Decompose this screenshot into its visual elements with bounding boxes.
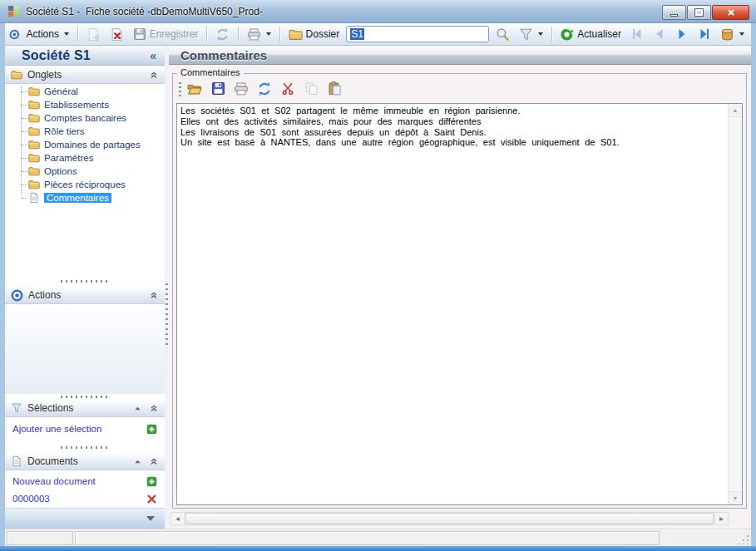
panel-splitter-handle[interactable]: [61, 396, 109, 398]
paste-button[interactable]: [326, 81, 343, 97]
panel-title-actions: Actions: [28, 289, 61, 301]
new-document-link[interactable]: Nouveau document: [12, 476, 96, 486]
green-plus-icon[interactable]: [146, 424, 157, 435]
toolbar-grip[interactable]: [179, 81, 181, 96]
save-comment-button[interactable]: [210, 81, 226, 97]
collapse-panel-icon[interactable]: [149, 403, 159, 413]
new-record-button[interactable]: [84, 27, 103, 42]
close-button[interactable]: [712, 5, 749, 20]
search-button[interactable]: [493, 27, 512, 42]
panel-header-actions[interactable]: Actions: [5, 287, 165, 304]
splitter-grip: [166, 283, 168, 345]
print-comment-button[interactable]: [233, 81, 250, 97]
scroll-up-arrow[interactable]: ▲: [729, 104, 742, 117]
resize-grip[interactable]: [739, 534, 749, 544]
actualiser-button[interactable]: Actualiser: [557, 27, 624, 42]
sidebar-collapse-button[interactable]: «: [150, 50, 156, 61]
sidebar-item-pieces-reciproques[interactable]: Pièces réciproques: [5, 178, 165, 191]
search-input-value: S1: [350, 28, 364, 40]
new-record-icon: [86, 27, 101, 42]
chevron-down-icon: [739, 32, 744, 36]
panel-header-onglets[interactable]: Onglets: [5, 66, 165, 84]
comment-text: Les sociétés S01 et S02 partagent le mêm…: [180, 106, 724, 503]
window-title: Société S1 - Fiche société -dbDemoMultiV…: [26, 6, 263, 17]
add-selection-link[interactable]: Ajouter une sélection: [12, 424, 101, 434]
green-plus-icon[interactable]: [146, 476, 157, 487]
scrollbar-thumb[interactable]: [185, 513, 714, 524]
actualiser-icon: [560, 27, 574, 42]
nav-previous-button[interactable]: [650, 27, 669, 42]
nav-last-button[interactable]: [695, 27, 714, 42]
main-area: Commentaires Commentaires Les société: [169, 46, 751, 529]
sidebar-item-parametres[interactable]: Paramètres: [5, 151, 165, 165]
horizontal-scrollbar[interactable]: ◄ ►: [170, 512, 729, 525]
sidebar-title: Société S1: [22, 48, 91, 63]
scroll-down-arrow[interactable]: ▼: [729, 491, 742, 504]
target-icon: [9, 27, 20, 42]
folder-icon: [28, 152, 40, 164]
sidebar-item-label: Pièces réciproques: [44, 180, 126, 189]
close-icon: [727, 8, 735, 17]
toolbar-separator: [206, 27, 207, 42]
red-x-icon[interactable]: [146, 494, 157, 504]
cut-button[interactable]: [279, 81, 296, 97]
scroll-left-arrow[interactable]: ◄: [171, 513, 185, 524]
panel-title-documents: Documents: [27, 455, 78, 467]
search-input[interactable]: S1: [346, 26, 488, 42]
sidebar-item-role-tiers[interactable]: Rôle tiers: [5, 125, 165, 138]
open-button[interactable]: [186, 81, 203, 97]
copy-button[interactable]: [303, 81, 319, 97]
refresh-comment-button[interactable]: [256, 81, 273, 97]
sidebar-item-options[interactable]: Options: [5, 165, 165, 178]
panel-header-documents[interactable]: Documents: [5, 453, 165, 470]
status-cell: [7, 531, 73, 545]
dossier-label: Dossier: [306, 28, 340, 40]
collapse-panel-icon[interactable]: [149, 290, 159, 300]
save-button[interactable]: Enregistrer: [131, 27, 201, 42]
funnel-icon: [11, 402, 22, 414]
vertical-scrollbar[interactable]: ▲ ▼: [728, 104, 742, 504]
dossier-button[interactable]: Dossier: [286, 27, 343, 42]
sidebar-item-comptes-bancaires[interactable]: Comptes bancaires: [5, 111, 165, 125]
panel-splitter-handle[interactable]: [61, 280, 109, 283]
comment-textarea[interactable]: Les sociétés S01 et S02 partagent le mêm…: [176, 103, 743, 505]
main-header: Commentaires: [169, 46, 751, 65]
sidebar-item-commentaires[interactable]: Commentaires: [5, 191, 165, 204]
save-icon: [133, 27, 146, 41]
sidebar-item-domaines-de-partages[interactable]: Domaines de partages: [5, 138, 165, 151]
funnel-icon: [519, 27, 533, 42]
shade-panel-icon[interactable]: [133, 404, 142, 413]
shade-panel-icon[interactable]: [133, 457, 142, 466]
panel-splitter-handle[interactable]: [61, 446, 109, 449]
maximize-button[interactable]: [687, 5, 711, 20]
refresh-icon: [257, 81, 272, 96]
filter-button[interactable]: [516, 27, 546, 42]
document-link[interactable]: 0000003: [12, 494, 50, 504]
nav-first-button[interactable]: [628, 27, 646, 42]
maximize-icon: [695, 9, 703, 16]
sidebar-item-label: Général: [44, 86, 78, 96]
go-first-icon: [630, 27, 644, 41]
database-icon: [720, 27, 734, 42]
collapse-panel-icon[interactable]: [149, 70, 159, 80]
nav-next-button[interactable]: [673, 27, 691, 42]
delete-record-button[interactable]: [107, 27, 126, 42]
chevron-down-icon[interactable]: [146, 516, 155, 521]
printer-icon: [247, 27, 261, 42]
sidebar-item-general[interactable]: Général: [5, 85, 165, 98]
title-bar[interactable]: Société S1 - Fiche société -dbDemoMultiV…: [0, 0, 756, 23]
folder-icon: [28, 179, 40, 190]
go-previous-icon: [653, 27, 666, 41]
collapse-panel-icon[interactable]: [149, 456, 159, 466]
actions-menu-button[interactable]: Actions: [24, 27, 72, 41]
panel-header-selections[interactable]: Sélections: [5, 400, 165, 417]
scroll-right-arrow[interactable]: ►: [714, 513, 728, 524]
main-toolbar: Actions Enregistrer Dossier S1: [5, 23, 751, 46]
window-bottom-border: [0, 546, 756, 551]
print-button[interactable]: [245, 27, 274, 42]
data-source-button[interactable]: [718, 27, 747, 42]
minimize-button[interactable]: [662, 5, 686, 20]
go-last-icon: [698, 27, 711, 41]
refresh-button[interactable]: [213, 27, 232, 42]
sidebar-item-etablissements[interactable]: Etablissements: [5, 98, 165, 111]
